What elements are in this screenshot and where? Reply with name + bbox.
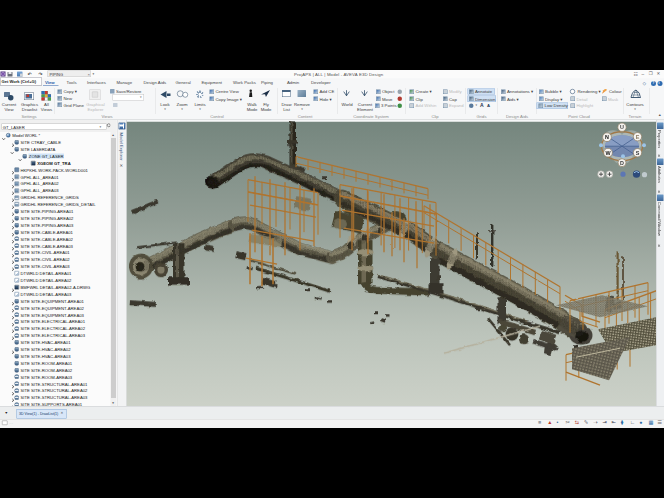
svg-text:E: E [636,134,640,140]
svg-text:S: S [636,150,640,156]
svg-text:D: D [620,160,624,166]
svg-text:N: N [605,134,609,140]
svg-text:U: U [620,124,624,130]
